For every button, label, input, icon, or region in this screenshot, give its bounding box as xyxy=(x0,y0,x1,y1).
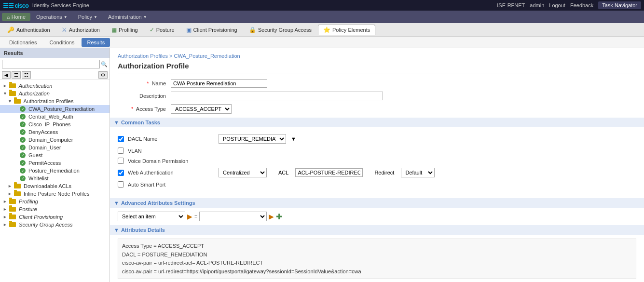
tree-arrow-authorization: ▼ xyxy=(3,91,8,96)
nav-home[interactable]: ⌂ Home xyxy=(2,13,30,21)
subnav-policy-elements[interactable]: ⭐ Policy Elements xyxy=(318,25,375,35)
tree-label-deny: DenyAccess xyxy=(27,129,58,135)
app-title: Identity Services Engine xyxy=(32,2,89,8)
tree-item-central-web-auth[interactable]: ► ✓ Central_Web_Auth xyxy=(0,113,110,121)
voice-checkbox[interactable] xyxy=(118,158,124,164)
tree-item-authz-profiles[interactable]: ▼ Authorization Profiles xyxy=(0,97,110,105)
subnav-authorization[interactable]: ⚔ Authorization xyxy=(56,25,105,35)
feedback-link[interactable]: Feedback xyxy=(570,2,593,8)
nav-administration[interactable]: Administration ▼ xyxy=(103,13,152,21)
subnav-client-provisioning[interactable]: ▣ Client Provisioning xyxy=(181,25,243,35)
description-input[interactable] xyxy=(171,92,383,100)
acl-label: ACL xyxy=(278,170,288,175)
leaf-icon-permit: ✓ xyxy=(20,160,26,166)
tree-arrow-authz-profiles: ▼ xyxy=(8,99,13,104)
logout-link[interactable]: Logout xyxy=(549,2,565,8)
common-tasks-label: Common Tasks xyxy=(121,120,160,125)
toolbar-grid-button[interactable]: ☷ xyxy=(22,71,31,79)
toolbar-list-button[interactable]: ☰ xyxy=(12,71,21,79)
tree-item-guest[interactable]: ► ✓ Guest xyxy=(0,151,110,159)
attr-select-right[interactable] xyxy=(199,212,267,221)
tree-item-domain-user[interactable]: ► ✓ Domain_User xyxy=(0,144,110,151)
tree-label-authz-profiles: Authorization Profiles xyxy=(22,98,73,104)
tree-label-posture: Posture xyxy=(17,206,37,212)
key-icon: 🔑 xyxy=(7,27,14,33)
tab-dictionaries[interactable]: Dictionaries xyxy=(4,38,42,47)
tree-item-deny-access[interactable]: ► ✓ DenyAccess xyxy=(0,128,110,136)
toolbar-back-button[interactable]: ◀ xyxy=(2,71,11,79)
tree-label-whitelist: Whitelist xyxy=(27,175,49,181)
acl-input[interactable] xyxy=(295,168,363,177)
subnav-profiling[interactable]: ▦ Profiling xyxy=(106,25,143,35)
subnav-posture[interactable]: ✓ Posture xyxy=(144,25,180,35)
vlan-checkbox[interactable] xyxy=(118,148,124,154)
tree-item-profiling[interactable]: ► Profiling xyxy=(0,198,110,205)
tree-label-cwa-posture: CWA_Posture_Remediation xyxy=(27,106,95,112)
nav-policy[interactable]: Policy ▼ xyxy=(73,13,102,21)
lock-icon: 🔒 xyxy=(249,27,256,33)
tree-label-downloadable: Downloadable ACLs xyxy=(22,183,71,189)
tree-item-authorization[interactable]: ▼ Authorization xyxy=(0,90,110,97)
tree-item-inline-posture[interactable]: ► Inline Posture Node Profiles xyxy=(0,190,110,198)
tree-item-client-prov[interactable]: ► Client Provisioning xyxy=(0,213,110,221)
leaf-icon-central: ✓ xyxy=(20,114,26,120)
tree-item-posture[interactable]: ► Posture xyxy=(0,205,110,213)
web-auth-checkbox[interactable] xyxy=(118,170,124,176)
subnav-authentication[interactable]: 🔑 Authentication xyxy=(2,25,55,35)
nav-operations[interactable]: Operations ▼ xyxy=(31,13,72,21)
breadcrumb: Authorization Profiles > CWA_Posture_Rem… xyxy=(118,53,636,59)
web-auth-type-select[interactable]: Centralized Local xyxy=(219,168,267,177)
name-input[interactable] xyxy=(171,79,267,88)
subnav-security-group[interactable]: 🔒 Security Group Access xyxy=(244,25,317,35)
tree-arrow-inline: ► xyxy=(8,191,13,196)
tab-results[interactable]: Results xyxy=(82,38,110,47)
tree-item-sec-group[interactable]: ► Security Group Access xyxy=(0,221,110,228)
redirect-select[interactable]: Default Custom xyxy=(401,168,435,177)
attr-details-header[interactable]: ▼ Attributes Details xyxy=(110,225,644,235)
search-icon: 🔍 xyxy=(101,61,108,67)
tree-label-permit: PermitAccess xyxy=(27,160,61,166)
subnav-security-label: Security Group Access xyxy=(258,27,312,33)
folder-icon-sec-group xyxy=(9,222,16,227)
auto-smart-checkbox[interactable] xyxy=(118,181,124,188)
tree-label-authorization: Authorization xyxy=(17,91,50,96)
advanced-attrs-collapse-icon: ▼ xyxy=(114,200,119,206)
tree-arrow-client-prov: ► xyxy=(3,215,8,219)
chart-icon: ▦ xyxy=(111,27,117,33)
access-type-select[interactable]: ACCESS_ACCEPT ACCESS_REJECT xyxy=(171,104,232,114)
dacl-checkbox[interactable] xyxy=(118,136,124,142)
tree-item-domain-computer[interactable]: ► ✓ Domain_Computer xyxy=(0,136,110,144)
web-auth-label: Web Authentication xyxy=(128,170,215,175)
folder-icon-client-prov xyxy=(9,215,16,219)
name-required-star: * xyxy=(147,81,149,86)
breadcrumb-parent[interactable]: Authorization Profiles xyxy=(118,53,168,59)
vlan-label: VLAN xyxy=(128,148,215,154)
attr-select-left[interactable]: Select an item xyxy=(118,212,185,221)
dacl-select[interactable]: POSTURE_REMEDIATION PERMIT_ALL xyxy=(219,134,286,144)
toolbar-settings-button[interactable]: ⚙ xyxy=(98,71,108,79)
vlan-row: VLAN xyxy=(118,148,636,154)
tree-item-whitelist[interactable]: ► ✓ Whitelist xyxy=(0,175,110,182)
task-navigator-button[interactable]: Task Navigator xyxy=(598,1,641,9)
common-tasks-header[interactable]: ▼ Common Tasks xyxy=(110,118,644,127)
ise-rfnet-label: ISE-RFNET xyxy=(497,2,525,8)
tree-arrow-downloadable: ► xyxy=(8,184,13,188)
dacl-label: DACL Name xyxy=(128,136,215,142)
tree-item-posture-remediation[interactable]: ► ✓ Posture_Remediation xyxy=(0,167,110,175)
check-icon: ✓ xyxy=(150,27,154,33)
tab-conditions[interactable]: Conditions xyxy=(44,38,80,47)
search-input[interactable] xyxy=(2,60,100,68)
content-area: Authorization Profiles > CWA_Posture_Rem… xyxy=(110,48,644,282)
tree-item-cisco-ip[interactable]: ► ✓ Cisco_IP_Phones xyxy=(0,121,110,128)
admin-label[interactable]: admin xyxy=(530,2,544,8)
attr-details-label: Attributes Details xyxy=(121,227,165,233)
folder-icon-posture xyxy=(9,207,16,212)
tree-item-permit-access[interactable]: ► ✓ PermitAccess xyxy=(0,159,110,167)
tree-item-downloadable-acls[interactable]: ► Downloadable ACLs xyxy=(0,182,110,190)
add-attr-button[interactable]: ✚ xyxy=(276,212,282,221)
home-icon: ⌂ xyxy=(7,14,10,20)
advanced-attrs-header[interactable]: ▼ Advanced Attributes Settings xyxy=(110,198,644,208)
tree-item-cwa-posture[interactable]: ► ✓ CWA_Posture_Remediation xyxy=(0,105,110,113)
subnav-policy-label: Policy Elements xyxy=(332,27,370,33)
tree-item-authentication[interactable]: ► Authentication xyxy=(0,82,110,90)
